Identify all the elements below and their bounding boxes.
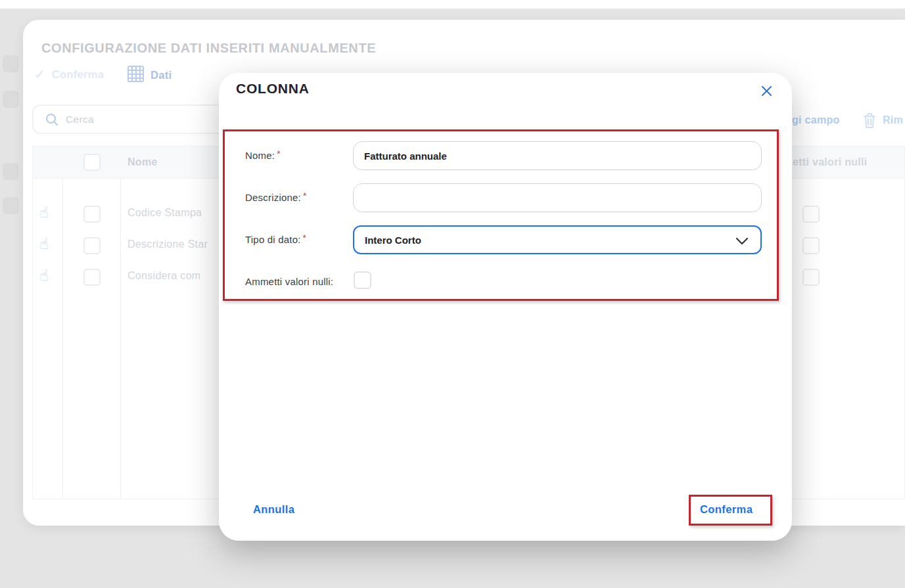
row-name: Descrizione Star bbox=[128, 238, 208, 250]
row-name: Considera com bbox=[128, 270, 201, 282]
select-all-checkbox[interactable] bbox=[83, 154, 101, 171]
required-asterisk: * bbox=[303, 191, 307, 201]
row-checkbox[interactable] bbox=[83, 237, 101, 254]
nome-input[interactable] bbox=[353, 141, 762, 170]
add-field-button[interactable]: gi campo bbox=[792, 114, 840, 126]
sidebar-ghost-button bbox=[3, 197, 19, 214]
app-window: CONFIGURAZIONE DATI INSERITI MANUALMENTE… bbox=[0, 0, 905, 588]
sidebar-ghost-button bbox=[3, 91, 19, 108]
row-nullable-checkbox[interactable] bbox=[802, 206, 820, 223]
row-nullable-checkbox[interactable] bbox=[802, 269, 820, 286]
column-header-nome: Nome bbox=[128, 156, 158, 168]
tipo-di-dato-label: Tipo di dato:* bbox=[245, 234, 306, 245]
toolbar-data-button[interactable]: Dati bbox=[127, 65, 172, 85]
close-x-icon bbox=[761, 85, 772, 97]
row-name: Codice Stampa bbox=[128, 207, 202, 219]
row-checkbox[interactable] bbox=[83, 269, 101, 286]
page-title: CONFIGURAZIONE DATI INSERITI MANUALMENTE bbox=[41, 41, 376, 56]
hand-pointer-icon[interactable]: ☝ bbox=[39, 267, 49, 284]
required-asterisk: * bbox=[277, 148, 281, 159]
chevron-down-icon bbox=[735, 237, 749, 245]
sidebar-ghost-button bbox=[3, 55, 19, 72]
dialog-title: COLONNA bbox=[236, 81, 310, 97]
tipo-di-dato-selected-value: Intero Corto bbox=[365, 235, 421, 246]
hand-pointer-icon[interactable]: ☝ bbox=[39, 235, 49, 252]
row-nullable-checkbox[interactable] bbox=[802, 237, 820, 254]
descrizione-input[interactable] bbox=[353, 183, 762, 212]
nome-label: Nome:* bbox=[245, 150, 281, 161]
annulla-button[interactable]: Annulla bbox=[253, 503, 294, 516]
row-checkbox[interactable] bbox=[83, 206, 101, 223]
conferma-button[interactable]: Conferma bbox=[700, 503, 753, 516]
tipo-di-dato-select[interactable]: Intero Corto bbox=[353, 225, 762, 254]
grid-icon bbox=[127, 65, 145, 85]
column-header-valori-nulli: etti valori nulli bbox=[793, 156, 868, 168]
colonna-dialog: COLONNA Nome:* Descrizione:* Tipo di dat… bbox=[219, 73, 792, 541]
hand-pointer-icon[interactable]: ☝ bbox=[39, 204, 49, 221]
toolbar-data-label: Dati bbox=[151, 69, 172, 81]
toolbar-confirm-label: Conferma bbox=[52, 68, 104, 81]
descrizione-label: Descrizione:* bbox=[245, 192, 307, 203]
sidebar-ghost-button bbox=[3, 163, 19, 180]
ammetti-valori-nulli-checkbox[interactable] bbox=[354, 271, 371, 289]
trash-icon[interactable] bbox=[862, 112, 877, 131]
ammetti-valori-nulli-label: Ammetti valori nulli: bbox=[245, 276, 333, 287]
close-button[interactable] bbox=[758, 82, 775, 99]
remove-button-label[interactable]: Rim bbox=[883, 114, 903, 126]
toolbar-confirm-button[interactable]: ✓ Conferma bbox=[34, 66, 104, 82]
search-icon bbox=[45, 112, 59, 127]
required-asterisk: * bbox=[303, 233, 307, 243]
top-strip bbox=[0, 0, 905, 9]
check-icon: ✓ bbox=[34, 66, 45, 82]
